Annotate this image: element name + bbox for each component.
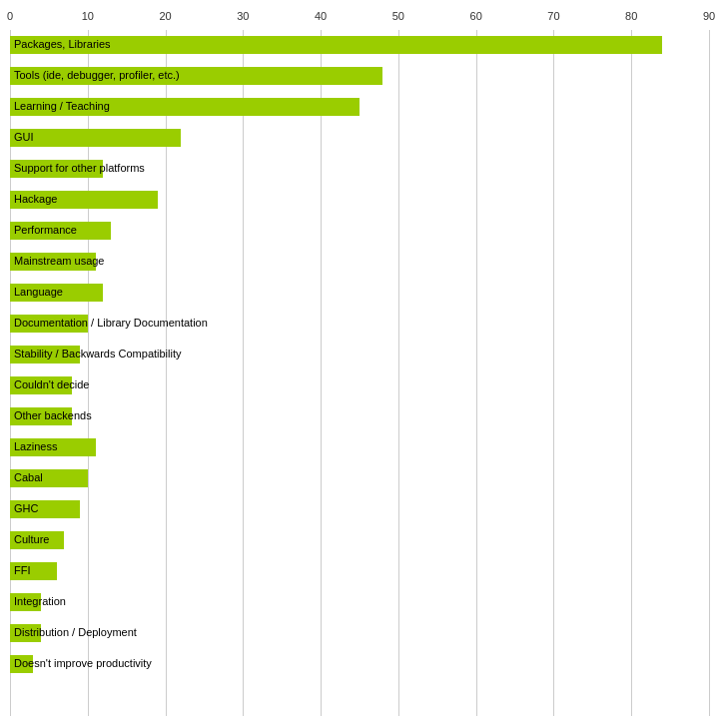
bar-row: Culture <box>10 525 709 555</box>
axis-label-80: 80 <box>625 10 637 22</box>
chart-container: 0102030405060708090 Packages, LibrariesT… <box>0 0 726 728</box>
bar-label: Couldn't decide <box>12 378 90 390</box>
bar-label: Language <box>12 286 63 298</box>
axis-label-30: 30 <box>237 10 249 22</box>
axis-top: 0102030405060708090 <box>10 10 709 28</box>
axis-label-70: 70 <box>547 10 559 22</box>
bar-label: Doesn't improve productivity <box>12 657 152 669</box>
bar-label: Stability / Backwards Compatibility <box>12 348 182 360</box>
bar-row: Support for other platforms <box>10 154 709 184</box>
bar-row: Learning / Teaching <box>10 92 709 122</box>
bar-label: GUI <box>12 131 34 143</box>
axis-label-40: 40 <box>315 10 327 22</box>
bar-label: Integration <box>12 595 66 607</box>
bar-label: Other backends <box>12 409 92 421</box>
bar-row: GUI <box>10 123 709 153</box>
chart-area: 0102030405060708090 Packages, LibrariesT… <box>10 10 716 718</box>
bar-label: Support for other platforms <box>12 162 145 174</box>
bar-label: Documentation / Library Documentation <box>12 317 208 329</box>
bar-row: Laziness <box>10 432 709 462</box>
bars-wrapper: Packages, LibrariesTools (ide, debugger,… <box>10 30 709 716</box>
bar-row: Distribution / Deployment <box>10 618 709 648</box>
bar <box>10 129 181 147</box>
bar-label: Mainstream usage <box>12 255 105 267</box>
bar-label: Culture <box>12 533 49 545</box>
bar-row: Performance <box>10 216 709 246</box>
axis-label-90: 90 <box>703 10 715 22</box>
bar-row: Cabal <box>10 463 709 493</box>
grid-line-90 <box>709 30 710 716</box>
bar-row: Hackage <box>10 185 709 215</box>
axis-label-60: 60 <box>470 10 482 22</box>
bar-row: Other backends <box>10 401 709 431</box>
bar-label: Hackage <box>12 193 57 205</box>
bar-label: Tools (ide, debugger, profiler, etc.) <box>12 69 180 81</box>
axis-label-10: 10 <box>82 10 94 22</box>
bar-row: Integration <box>10 587 709 617</box>
bar-row: Tools (ide, debugger, profiler, etc.) <box>10 61 709 91</box>
bar-label: Performance <box>12 224 77 236</box>
axis-label-20: 20 <box>159 10 171 22</box>
bar-row: Language <box>10 278 709 308</box>
bar-label: Learning / Teaching <box>12 100 110 112</box>
bar-row: Mainstream usage <box>10 247 709 277</box>
bar-label: Distribution / Deployment <box>12 626 137 638</box>
bar-label: Packages, Libraries <box>12 38 111 50</box>
bar-row: Stability / Backwards Compatibility <box>10 340 709 369</box>
bar-row: FFI <box>10 556 709 586</box>
bar-row: Doesn't improve productivity <box>10 649 709 679</box>
bar-row: GHC <box>10 494 709 524</box>
bar-label: GHC <box>12 502 38 514</box>
bar-row: Packages, Libraries <box>10 30 709 60</box>
axis-label-0: 0 <box>7 10 13 22</box>
bar-label: Laziness <box>12 440 57 452</box>
bar-label: FFI <box>12 564 31 576</box>
bar-label: Cabal <box>12 471 43 483</box>
bar-row: Couldn't decide <box>10 370 709 400</box>
bar-row: Documentation / Library Documentation <box>10 309 709 339</box>
axis-label-50: 50 <box>392 10 404 22</box>
